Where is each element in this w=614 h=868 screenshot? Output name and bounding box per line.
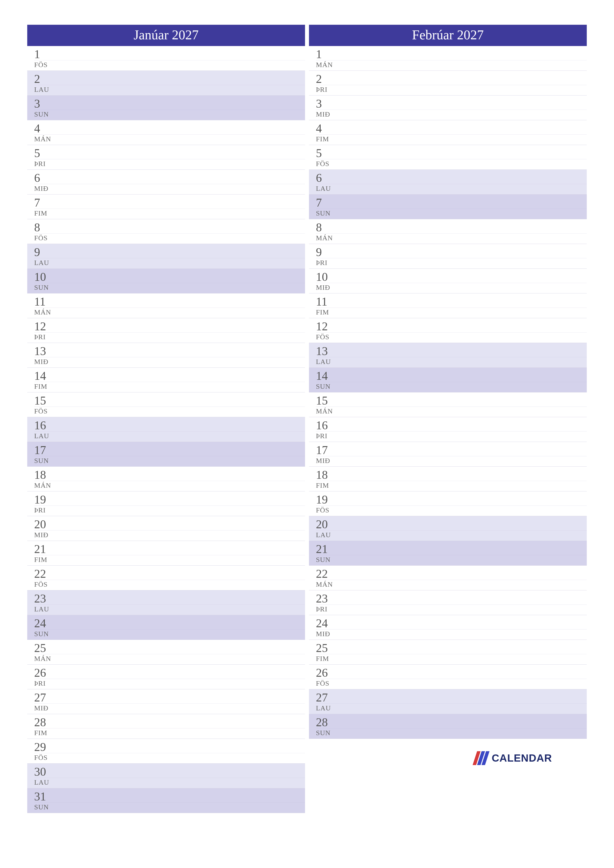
day-row: 3SUN <box>27 96 305 120</box>
day-number: 15 <box>316 395 328 406</box>
day-row: 21FIM <box>27 541 305 566</box>
day-weekday: FIM <box>34 209 305 217</box>
day-weekday: MIÐ <box>316 110 587 118</box>
day-number: 20 <box>34 518 46 530</box>
day-weekday: ÞRI <box>316 605 587 613</box>
day-weekday: FÖS <box>316 160 587 168</box>
day-weekday: LAU <box>34 259 305 267</box>
day-number: 31 <box>34 790 46 803</box>
day-row: 1MÁN <box>309 46 587 71</box>
day-number: 22 <box>34 568 46 580</box>
day-weekday: LAU <box>316 184 587 192</box>
day-row: 10MIÐ <box>309 269 587 293</box>
day-weekday: ÞRI <box>316 259 587 267</box>
day-weekday: SUN <box>316 729 587 737</box>
day-number: 10 <box>34 271 46 283</box>
day-weekday: MIÐ <box>316 284 587 291</box>
day-number: 12 <box>34 321 46 332</box>
day-row: 22FÖS <box>27 566 305 591</box>
day-weekday: LAU <box>34 605 305 613</box>
day-weekday: MÁN <box>34 655 305 663</box>
day-number: 24 <box>316 617 328 629</box>
day-number: 2 <box>34 73 40 85</box>
day-row: 5ÞRI <box>27 145 305 170</box>
day-number: 4 <box>316 122 322 134</box>
day-number: 27 <box>316 691 328 704</box>
day-row: 2LAU <box>27 71 305 96</box>
day-number: 18 <box>34 469 46 481</box>
day-weekday: ÞRI <box>34 679 305 687</box>
day-number: 7 <box>316 197 322 209</box>
day-row: 31SUN <box>27 788 305 813</box>
day-number: 13 <box>316 345 328 357</box>
day-number: 8 <box>316 222 322 233</box>
day-row: 12ÞRI <box>27 318 305 343</box>
day-weekday: LAU <box>34 432 305 440</box>
day-weekday: MIÐ <box>316 630 587 638</box>
day-row: 20LAU <box>309 516 587 541</box>
day-row: 19ÞRI <box>27 491 305 516</box>
day-number: 6 <box>316 172 322 184</box>
day-weekday: MÁN <box>316 234 587 242</box>
day-weekday: ÞRI <box>34 506 305 514</box>
day-number: 10 <box>316 271 328 283</box>
days-list-1: 1MÁN2ÞRI3MIÐ4FIM5FÖS6LAU7SUN8MÁN9ÞRI10MI… <box>309 46 587 739</box>
day-row: 11FIM <box>309 293 587 318</box>
day-row: 22MÁN <box>309 566 587 591</box>
day-number: 28 <box>34 716 46 728</box>
day-weekday: FÖS <box>34 234 305 242</box>
day-number: 14 <box>316 370 328 382</box>
day-weekday: ÞRI <box>34 160 305 168</box>
day-row: 2ÞRI <box>309 71 587 96</box>
day-row: 17SUN <box>27 442 305 467</box>
day-weekday: MIÐ <box>34 704 305 712</box>
day-number: 7 <box>34 197 40 209</box>
day-number: 11 <box>34 296 45 308</box>
day-number: 4 <box>34 122 40 134</box>
day-number: 27 <box>34 691 46 704</box>
day-weekday: FÖS <box>34 61 305 69</box>
day-number: 6 <box>34 172 40 184</box>
month-column-0: Janúar 2027 1FÖS2LAU3SUN4MÁN5ÞRI6MIÐ7FIM… <box>27 25 305 813</box>
day-weekday: MIÐ <box>34 184 305 192</box>
brand-logo: CALENDAR <box>473 751 552 765</box>
day-weekday: FIM <box>34 556 305 564</box>
day-number: 28 <box>316 716 328 728</box>
day-weekday: SUN <box>316 209 587 217</box>
day-number: 15 <box>34 395 46 406</box>
day-row: 4MÁN <box>27 120 305 145</box>
day-row: 29FÖS <box>27 739 305 764</box>
day-row: 15FÖS <box>27 392 305 417</box>
day-row: 6LAU <box>309 170 587 194</box>
month-column-1: Febrúar 2027 1MÁN2ÞRI3MIÐ4FIM5FÖS6LAU7SU… <box>309 25 587 813</box>
day-row: 7SUN <box>309 194 587 219</box>
day-weekday: MÁN <box>34 482 305 490</box>
day-weekday: MÁN <box>316 580 587 588</box>
day-number: 12 <box>316 321 328 332</box>
day-row: 25FIM <box>309 640 587 665</box>
day-weekday: SUN <box>34 284 305 291</box>
day-number: 22 <box>316 568 328 580</box>
day-row: 13LAU <box>309 343 587 368</box>
day-row: 20MIÐ <box>27 516 305 541</box>
day-number: 5 <box>34 147 40 159</box>
day-weekday: SUN <box>34 803 305 811</box>
day-row: 17MIÐ <box>309 442 587 467</box>
brand-name: CALENDAR <box>492 752 552 764</box>
day-weekday: FÖS <box>316 506 587 514</box>
day-row: 24SUN <box>27 615 305 640</box>
day-number: 23 <box>34 593 46 604</box>
day-weekday: MÁN <box>316 61 587 69</box>
day-row: 15MÁN <box>309 392 587 417</box>
day-weekday: FIM <box>34 383 305 391</box>
day-row: 16LAU <box>27 417 305 442</box>
day-weekday: SUN <box>316 556 587 564</box>
calendar-page: Janúar 2027 1FÖS2LAU3SUN4MÁN5ÞRI6MIÐ7FIM… <box>27 25 587 813</box>
day-weekday: FIM <box>316 655 587 663</box>
day-number: 17 <box>316 444 328 456</box>
day-number: 26 <box>316 667 328 679</box>
day-weekday: FÖS <box>316 333 587 341</box>
day-number: 3 <box>34 98 40 110</box>
day-row: 1FÖS <box>27 46 305 71</box>
day-row: 21SUN <box>309 541 587 566</box>
